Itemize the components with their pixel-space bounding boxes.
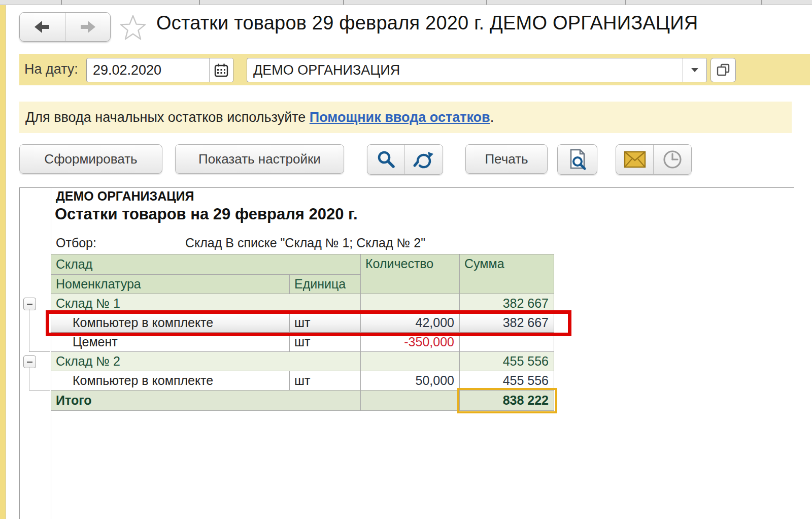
preview-button-group	[557, 144, 597, 175]
generate-button[interactable]: Сформировать	[19, 144, 162, 174]
forward-button[interactable]	[65, 13, 111, 41]
clock-icon	[662, 149, 683, 170]
show-settings-button[interactable]: Показать настройки	[175, 144, 344, 174]
header-sum-column: Сумма	[460, 254, 554, 294]
item-row-name[interactable]: Компьютер в комплекте	[51, 371, 290, 391]
mail-schedule-button-group	[616, 144, 692, 175]
schedule-button[interactable]	[653, 145, 691, 174]
total-sum-highlight-box	[457, 388, 557, 413]
strip-divider	[486, 0, 487, 5]
minus-icon	[27, 304, 32, 305]
notice-prefix: Для ввода начальных остатков используйте	[25, 110, 310, 125]
group-row-name[interactable]: Склад № 2	[51, 352, 361, 371]
tree-line	[29, 351, 50, 352]
report-top-border	[19, 187, 794, 188]
tree-line	[29, 309, 29, 352]
back-arrow-icon	[30, 15, 54, 39]
parameters-band: На дату: 29.02.2020 ДЕМО ОРГАНИЗАЦИЯ	[19, 54, 810, 85]
app-window: Остатки товаров 29 февраля 2020 г. ДЕМО …	[0, 0, 812, 519]
browser-edge-strip	[0, 0, 812, 5]
forward-arrow-icon	[76, 15, 100, 39]
header-quantity-column: Количество	[361, 254, 460, 294]
organization-choose-button[interactable]	[710, 58, 736, 82]
report-left-border	[19, 187, 20, 519]
strip-divider	[343, 0, 344, 5]
header-unit-column: Единица	[290, 275, 361, 294]
minus-icon	[27, 362, 32, 363]
find-next-button[interactable]	[404, 145, 442, 174]
find-button-group	[367, 144, 443, 175]
date-value[interactable]: 29.02.2020	[87, 58, 209, 82]
group-row-quantity[interactable]	[361, 352, 460, 371]
magnifier-refresh-icon	[413, 149, 435, 170]
strip-divider	[61, 0, 62, 5]
calendar-button[interactable]	[209, 58, 233, 82]
date-field[interactable]: 29.02.2020	[86, 58, 233, 82]
favorite-toggle[interactable]	[119, 13, 147, 42]
notice-text: Для ввода начальных остатков используйте…	[25, 110, 494, 125]
overlapping-squares-icon	[716, 62, 731, 78]
item-row-quantity[interactable]: 50,000	[361, 371, 460, 391]
history-nav-buttons	[19, 12, 111, 42]
report-selection-label: Отбор:	[56, 236, 96, 250]
back-button[interactable]	[20, 13, 65, 41]
star-icon	[119, 14, 147, 41]
tree-line	[29, 367, 29, 390]
tree-line	[29, 390, 50, 391]
strip-divider	[625, 0, 626, 5]
organization-field[interactable]: ДЕМО ОРГАНИЗАЦИЯ	[247, 58, 707, 82]
left-accent-strip	[0, 5, 6, 519]
assistant-link[interactable]: Помощник ввода остатков	[310, 110, 490, 125]
page-title: Остатки товаров 29 февраля 2020 г. ДЕМО …	[156, 12, 698, 34]
collapse-group-2-button[interactable]	[23, 355, 36, 368]
report-selection-value: Склад В списке "Склад № 1; Склад № 2"	[185, 236, 425, 250]
print-button[interactable]: Печать	[465, 144, 548, 174]
report-title: Остатки товаров на 29 февраля 2020 г.	[55, 205, 358, 223]
document-magnifier-icon	[566, 148, 588, 171]
collapse-group-1-button[interactable]	[23, 298, 36, 310]
notice-suffix: .	[490, 110, 494, 125]
notice-band: Для ввода начальных остатков используйте…	[19, 102, 792, 133]
group-row-sum[interactable]: 455 556	[460, 352, 554, 371]
send-mail-button[interactable]	[616, 145, 653, 174]
report-organization: ДЕМО ОРГАНИЗАЦИЯ	[56, 189, 194, 204]
date-label: На дату:	[24, 61, 78, 77]
header-item-column: Номенклатура	[51, 275, 290, 294]
print-preview-button[interactable]	[558, 145, 596, 174]
strip-divider	[199, 0, 200, 5]
total-row-label[interactable]: Итого	[51, 391, 361, 411]
item-row-unit[interactable]: шт	[290, 371, 361, 391]
magnifier-icon	[376, 149, 397, 170]
calendar-icon	[214, 62, 229, 78]
total-row-quantity[interactable]	[361, 391, 460, 411]
header-group-column: Склад	[51, 254, 361, 275]
highlighted-row-red-box	[46, 310, 571, 336]
organization-dropdown-button[interactable]	[683, 58, 706, 82]
chevron-down-icon	[690, 67, 700, 74]
strip-divider	[761, 0, 762, 5]
envelope-icon	[624, 151, 646, 168]
find-button[interactable]	[367, 145, 404, 174]
organization-value[interactable]: ДЕМО ОРГАНИЗАЦИЯ	[247, 58, 683, 82]
